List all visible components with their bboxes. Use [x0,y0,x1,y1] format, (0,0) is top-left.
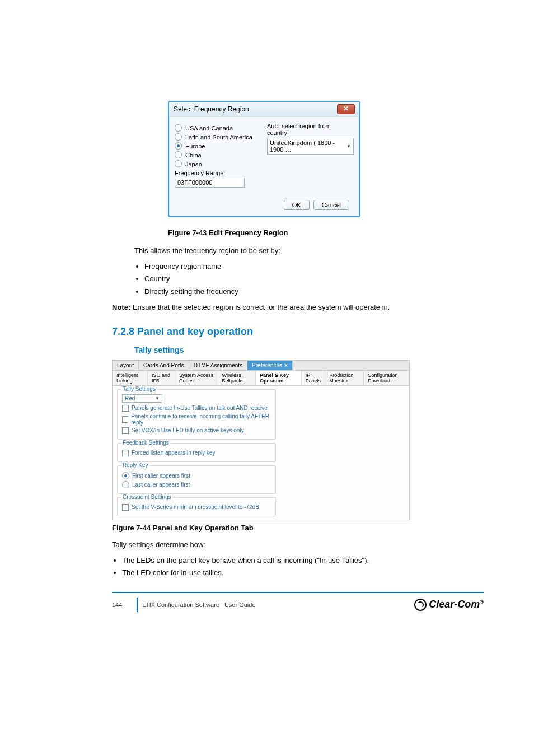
subtab-wireless-beltpacks[interactable]: Wireless Beltpacks [218,371,256,385]
subtab-production-maestro[interactable]: Production Maestro [325,371,364,385]
figure-caption: Figure 7-43 Edit Frequency Region [168,228,484,237]
radio-label: Latin and South America [185,134,252,141]
note: Note: Ensure that the selected region is… [112,302,484,312]
note-label: Note: [112,303,130,311]
subtab-system-access-codes[interactable]: System Access Codes [175,371,218,385]
tab-cards-and-ports[interactable]: Cards And Ports [139,361,189,370]
list-item: The LED color for in-use tallies. [122,568,484,578]
close-icon[interactable]: ✕ [337,104,355,114]
cancel-button[interactable]: Cancel [313,200,349,210]
checkbox-vox-inuse-led[interactable] [122,427,129,434]
tally-color-dropdown[interactable]: Red ▼ [122,394,162,403]
checkbox-label: Panels continue to receive incoming call… [131,413,271,426]
list-item: Frequency region name [144,262,484,272]
checkbox-continue-calling-tally[interactable] [122,416,128,423]
doc-title: EHX Configuration Software | User Guide [142,601,255,608]
chevron-down-icon: ▼ [155,396,160,401]
radio-europe[interactable] [175,142,182,150]
group-title: Feedback Settings [121,440,171,446]
dropdown-value: Red [125,395,135,402]
radio-label: Japan [185,161,202,167]
figure-caption: Figure 7-44 Panel and Key Operation Tab [112,524,484,532]
subsection-heading: Tally settings [134,346,484,354]
group-title: Reply Key [121,462,150,468]
dropdown-value: UnitedKingdom ( 1800 - 1900 … [270,139,346,153]
page-number: 144 [112,601,122,608]
body-text: This allows the frequency region to be s… [134,246,484,256]
list-item: Country [144,274,484,284]
close-icon[interactable]: × [284,362,288,368]
tab-dtmf-assignments[interactable]: DTMF Assignments [189,361,247,370]
subtab-panel-key-operation[interactable]: Panel & Key Operation [256,371,302,385]
logo-swirl-icon [414,599,427,611]
preferences-window: Layout Cards And Ports DTMF Assignments … [112,360,410,520]
dialog-title-text: Select Frequency Region [174,105,249,113]
top-tab-strip: Layout Cards And Ports DTMF Assignments … [113,361,409,370]
body-text: Tally settings determine how: [112,540,484,550]
tally-bullet-list: The LEDs on the panel key behave when a … [112,556,484,578]
radio-latin-south-america[interactable] [175,133,182,141]
list-item: Directly setting the frequency [144,287,484,297]
radio-china[interactable] [175,151,182,158]
radio-first-caller-first[interactable] [122,472,129,479]
section-heading: 7.2.8 Panel and key operation [112,326,484,338]
tab-layout[interactable]: Layout [113,361,139,370]
radio-japan[interactable] [175,160,182,167]
figure-panel-key-operation: Layout Cards And Ports DTMF Assignments … [112,360,484,520]
subtab-configuration-download[interactable]: Configuration Download [364,371,409,385]
group-feedback-settings: Feedback Settings Forced listen appears … [117,443,276,462]
note-text: Ensure that the selected region is corre… [130,303,390,311]
checkbox-label: Panels generate In-Use Tallies on talk o… [132,405,268,411]
group-tally-settings: Tally Settings Red ▼ Panels generate In-… [117,389,276,440]
subtab-iso-and-ifb[interactable]: ISO and IFB [148,371,175,385]
subtab-intelligent-linking[interactable]: Intelligent Linking [113,371,148,385]
group-title: Tally Settings [121,386,157,392]
group-title: Crosspoint Settings [121,494,173,500]
region-bullet-list: Frequency region name Country Directly s… [134,262,484,297]
footer-divider [137,598,138,612]
auto-select-country-dropdown[interactable]: UnitedKingdom ( 1800 - 1900 … ▼ [267,138,354,155]
page-footer: 144 EHX Configuration Software | User Gu… [112,592,484,612]
clear-com-logo: Clear-Com® [414,599,484,611]
tab-preferences[interactable]: Preferences× [247,361,293,370]
radio-label: Europe [185,143,205,150]
subtab-ip-panels[interactable]: IP Panels [302,371,326,385]
checkbox-label: Forced listen appears in reply key [132,450,216,456]
checkbox-label: Set the V-Series minimum crosspoint leve… [132,504,259,510]
radio-label: China [185,152,202,158]
ok-button[interactable]: OK [284,200,310,210]
radio-last-caller-first[interactable] [122,481,129,488]
checkbox-forced-listen-reply[interactable] [122,450,129,456]
radio-usa-canada[interactable] [175,124,182,132]
list-item: The LEDs on the panel key behave when a … [122,556,484,566]
checkbox-inuse-tallies[interactable] [122,405,129,412]
radio-label: First caller appears first [132,473,190,479]
group-reply-key: Reply Key First caller appears first Las… [117,465,276,494]
radio-label: USA and Canada [185,125,233,132]
radio-label: Last caller appears first [132,482,190,488]
checkbox-vseries-min-crosspoint[interactable] [122,504,129,511]
auto-select-region-label: Auto-select region from country: [267,123,354,136]
dialog-select-frequency-region: Select Frequency Region ✕ USA and Canada… [168,101,360,217]
frequency-range-input[interactable]: 03FF000000 [175,178,245,188]
group-crosspoint-settings: Crosspoint Settings Set the V-Series min… [117,497,276,516]
tab-label: Preferences [252,362,282,368]
sub-tab-strip: Intelligent Linking ISO and IFB System A… [113,370,409,386]
frequency-range-label: Frequency Range: [175,170,257,176]
logo-text: Clear-Com® [429,599,484,610]
checkbox-label: Set VOX/In Use LED tally on active keys … [132,427,244,433]
chevron-down-icon: ▼ [346,144,351,149]
figure-select-frequency-region: Select Frequency Region ✕ USA and Canada… [168,101,484,217]
